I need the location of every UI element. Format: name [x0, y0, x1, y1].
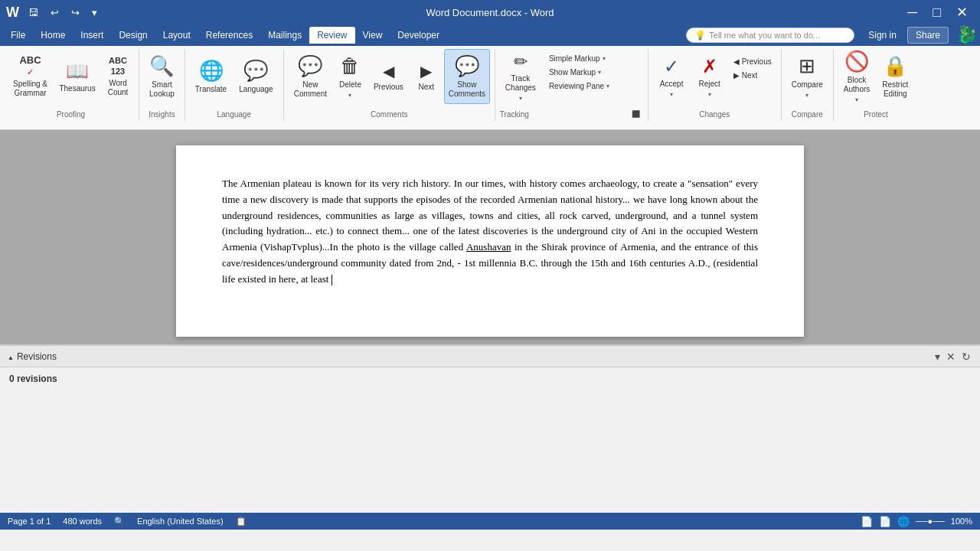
translate-label: Translate: [195, 85, 227, 94]
dropdown-arrow-icon: ▾: [348, 92, 351, 99]
word-count-button[interactable]: ABC123 WordCount: [102, 49, 134, 104]
new-comment-button[interactable]: 💬 NewComment: [289, 49, 332, 104]
read-mode-icon[interactable]: 📄: [861, 516, 873, 527]
delete-label: Delete: [339, 80, 361, 90]
menu-developer[interactable]: Developer: [390, 27, 447, 44]
ribbon-group-protect: 🚫 BlockAuthors ▾ 🔒 RestrictEditing Prote…: [834, 49, 918, 121]
translate-button[interactable]: 🌐 Translate: [190, 49, 232, 104]
title-bar: W 🖫 ↩ ↪ ▾ Word Document.docx - Word ─ □ …: [0, 0, 980, 24]
close-button[interactable]: ✕: [950, 4, 974, 21]
zoom-slider[interactable]: ──●──: [916, 517, 945, 526]
show-markup-button[interactable]: Show Markup ▾: [544, 66, 614, 79]
proofing-label: Proofing: [8, 108, 134, 121]
revisions-panel: Revisions ▾ ✕ ↻ 0 revisions: [0, 344, 980, 513]
language-label: Language: [190, 108, 279, 121]
simple-markup-button[interactable]: Simple Markup ▾: [544, 52, 614, 65]
restrict-editing-button[interactable]: 🔒 RestrictEditing: [877, 49, 913, 104]
ribbon-group-compare: ⊞ Compare ▾ Compare: [782, 49, 834, 121]
delete-comment-button[interactable]: 🗑 Delete ▾: [334, 49, 367, 104]
sign-in-button[interactable]: Sign in: [862, 28, 903, 43]
reviewing-pane-button[interactable]: Reviewing Pane ▾: [544, 80, 614, 93]
menu-view[interactable]: View: [355, 27, 390, 44]
revisions-header: Revisions ▾ ✕ ↻: [0, 346, 980, 367]
previous-comment-button[interactable]: ◀ Previous: [368, 49, 409, 104]
customize-quick-access-button[interactable]: ▾: [89, 5, 100, 20]
compare-dropdown-icon: ▾: [805, 92, 808, 99]
save-button[interactable]: 🖫: [25, 5, 41, 20]
smart-lookup-label: SmartLookup: [149, 80, 175, 99]
next-change-button[interactable]: ▶ Next: [729, 69, 776, 82]
document-page[interactable]: The Armenian plateau is known for its ve…: [176, 145, 804, 337]
language-button[interactable]: 💬 Language: [234, 49, 279, 104]
ribbon-group-proofing: ABC ✓ Spelling &Grammar 📖 Thesaurus ABC1…: [3, 49, 139, 121]
comments-label: Comments: [289, 108, 490, 121]
changes-label: Changes: [653, 108, 776, 121]
status-right: 📄 📄 🌐 ──●── 100%: [861, 516, 972, 527]
next-comment-button[interactable]: ▶ Next: [410, 49, 443, 104]
language-icon: 💬: [243, 59, 268, 83]
compare-icon: ⊞: [799, 54, 815, 78]
menu-bar: File Home Insert Design Layout Reference…: [0, 24, 980, 46]
show-comments-button[interactable]: 💬 ShowComments: [444, 49, 490, 104]
previous-change-button[interactable]: ◀ Previous: [729, 55, 776, 68]
minimize-button[interactable]: ─: [901, 4, 923, 21]
menu-file[interactable]: File: [3, 27, 33, 44]
revisions-title-toggle[interactable]: Revisions: [8, 351, 57, 362]
revisions-refresh-button[interactable]: ↻: [960, 349, 972, 364]
menu-home[interactable]: Home: [33, 27, 73, 44]
block-authors-label: BlockAuthors: [844, 76, 870, 94]
track-changes-button[interactable]: ✏ TrackChanges ▾: [500, 49, 541, 104]
language-indicator[interactable]: English (United States): [137, 517, 224, 526]
document-area: The Armenian plateau is known for its ve…: [0, 130, 980, 344]
revisions-close-button[interactable]: ✕: [945, 349, 957, 364]
share-button[interactable]: Share: [907, 27, 949, 44]
menu-review[interactable]: Review: [309, 27, 354, 44]
accessibility-icon: 📋: [236, 517, 247, 527]
tracking-expand-icon[interactable]: ⬛: [632, 110, 640, 118]
spelling-icon: ABC: [19, 55, 41, 65]
compare-button[interactable]: ⊞ Compare ▾: [786, 49, 828, 104]
insights-label: Insights: [144, 108, 180, 121]
spelling-grammar-button[interactable]: ABC ✓ Spelling &Grammar: [8, 49, 53, 104]
revisions-collapse-button[interactable]: ▾: [933, 349, 942, 364]
menu-references[interactable]: References: [198, 27, 260, 44]
tell-me-input[interactable]: Tell me what you want to do...: [686, 28, 854, 43]
title-right: ─ □ ✕: [901, 4, 974, 21]
word-count-icon: ABC123: [109, 56, 127, 76]
new-comment-label: NewComment: [294, 80, 327, 99]
ribbon-group-changes: ✓ Accept ▾ ✗ Reject ▾ ◀ Previous: [648, 49, 782, 121]
show-markup-label: Show Markup: [549, 68, 596, 77]
undo-button[interactable]: ↩: [47, 5, 62, 20]
thesaurus-button[interactable]: 📖 Thesaurus: [54, 49, 100, 104]
block-authors-button[interactable]: 🚫 BlockAuthors ▾: [838, 49, 875, 104]
next-change-label: Next: [742, 71, 758, 80]
page-indicator[interactable]: Page 1 of 1: [8, 517, 51, 526]
word-count-indicator[interactable]: 480 words: [63, 517, 102, 526]
reject-button[interactable]: ✗ Reject ▾: [691, 49, 727, 104]
accept-button[interactable]: ✓ Accept ▾: [653, 49, 691, 104]
track-changes-label: TrackChanges: [505, 74, 536, 93]
next-change-icon: ▶: [733, 71, 740, 80]
protect-label: Protect: [838, 108, 913, 121]
print-layout-icon[interactable]: 📄: [879, 516, 891, 527]
web-layout-icon[interactable]: 🌐: [897, 516, 910, 527]
ribbon-group-comments: 💬 NewComment 🗑 Delete ▾ ◀ Previous ▶ Nex…: [284, 49, 495, 121]
revisions-icons: ▾ ✕ ↻: [933, 349, 972, 364]
smart-lookup-button[interactable]: 🔍 SmartLookup: [144, 49, 180, 104]
menu-insert[interactable]: Insert: [73, 27, 111, 44]
accept-label: Accept: [660, 80, 684, 89]
new-comment-icon: 💬: [298, 54, 322, 78]
zoom-level[interactable]: 100%: [951, 517, 972, 526]
menu-mailings[interactable]: Mailings: [260, 27, 309, 44]
word-count-label: WordCount: [108, 79, 129, 97]
redo-button[interactable]: ↪: [68, 5, 83, 20]
menu-design[interactable]: Design: [111, 27, 155, 44]
cursor: [332, 275, 332, 285]
restore-button[interactable]: □: [926, 4, 947, 21]
compare-label: Compare: [792, 80, 823, 90]
delete-icon: 🗑: [340, 54, 360, 78]
menu-layout[interactable]: Layout: [155, 27, 198, 44]
restrict-editing-label: RestrictEditing: [882, 80, 908, 99]
thesaurus-label: Thesaurus: [59, 84, 95, 93]
document-title: Word Document.docx - Word: [426, 7, 554, 18]
